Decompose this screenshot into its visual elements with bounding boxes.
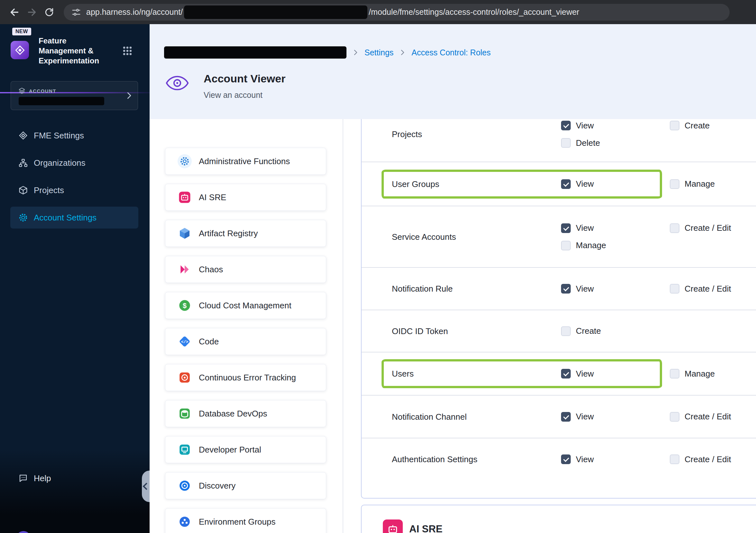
- permission-resource-name: Authentication Settings: [392, 455, 477, 464]
- checkbox-projects-create[interactable]: [670, 121, 679, 130]
- chaos-icon: [177, 262, 192, 276]
- checkbox-projects-delete[interactable]: [561, 138, 571, 148]
- resource-card-continuous-error-tracking[interactable]: Continuous Error Tracking: [165, 364, 326, 391]
- checkbox-projects-view[interactable]: [561, 121, 571, 130]
- discovery-icon: [177, 479, 192, 493]
- resource-label: Code: [199, 337, 219, 347]
- sidebar-item-account-settings[interactable]: Account Settings: [10, 207, 138, 229]
- checkbox-label: Manage: [576, 240, 606, 250]
- resource-card-chaos[interactable]: Chaos: [165, 256, 326, 283]
- resource-card-developer-portal[interactable]: Developer Portal: [165, 436, 326, 463]
- breadcrumb-link-settings[interactable]: Settings: [364, 48, 393, 57]
- checkbox-service-accounts-view[interactable]: [561, 223, 571, 233]
- checkbox-notification-channel-create-edit[interactable]: [670, 412, 679, 422]
- url-text-suffix: /module/fme/settings/access-control/role…: [369, 7, 579, 17]
- role-eye-icon: [166, 75, 189, 92]
- checkbox-label: View: [576, 223, 594, 233]
- browser-toolbar: app.harness.io/ng/account/ /module/fme/s…: [0, 0, 756, 24]
- checkbox-notification-channel-view[interactable]: [561, 412, 571, 422]
- help-chat-icon: [18, 473, 28, 483]
- permission-row-user-groups: User GroupsViewManage: [362, 161, 756, 206]
- back-button[interactable]: [6, 4, 23, 21]
- account-selector[interactable]: ACCOUNT: [11, 81, 138, 110]
- sidebar-item-label: Account Settings: [34, 213, 96, 223]
- resource-card-discovery[interactable]: Discovery: [165, 472, 326, 499]
- checkbox-service-accounts-create-edit[interactable]: [670, 223, 679, 233]
- checkbox-authentication-settings-create-edit[interactable]: [670, 455, 679, 464]
- resource-label: Cloud Cost Management: [199, 301, 291, 311]
- sidebar: NEW Feature Management & Experimentation…: [0, 24, 149, 533]
- resource-list: Administrative FunctionsAI SREArtifact R…: [165, 148, 326, 533]
- fme-logo-icon: [11, 41, 29, 59]
- url-bar[interactable]: app.harness.io/ng/account/ /module/fme/s…: [64, 4, 730, 21]
- resource-card-artifact-registry[interactable]: Artifact Registry: [165, 220, 326, 247]
- permission-row-notification-rule: Notification RuleViewCreate / Edit: [362, 267, 756, 310]
- projects-icon: [18, 185, 28, 195]
- checkbox-label: Create: [576, 326, 601, 336]
- checkbox-label: Manage: [685, 179, 715, 189]
- resource-card-code[interactable]: </>Code: [165, 328, 326, 355]
- resource-card-database-devops[interactable]: Database DevOps: [165, 400, 326, 427]
- checkbox-users-manage[interactable]: [670, 369, 679, 379]
- site-settings-icon[interactable]: [71, 7, 81, 17]
- reload-button[interactable]: [40, 4, 58, 21]
- checkbox-label: View: [576, 369, 594, 379]
- checkbox-label: View: [576, 121, 594, 131]
- sidebar-item-label: FME Settings: [34, 131, 84, 141]
- forward-button[interactable]: [23, 4, 40, 21]
- page-title: Account Viewer: [203, 72, 285, 85]
- sidebar-item-fme-settings[interactable]: FME Settings: [10, 125, 138, 147]
- help-button[interactable]: Help: [10, 470, 121, 486]
- checkbox-service-accounts-manage[interactable]: [561, 241, 571, 250]
- resource-label: Database DevOps: [199, 409, 267, 419]
- account-settings-gear-icon: [18, 213, 28, 222]
- organizations-icon: [18, 158, 28, 168]
- chevron-right-icon: [124, 91, 134, 102]
- resource-label: Discovery: [199, 481, 235, 491]
- checkbox-oidc-id-token-create[interactable]: [561, 326, 571, 336]
- sidebar-item-organizations[interactable]: Organizations: [10, 152, 138, 174]
- checkbox-users-view[interactable]: [561, 369, 571, 379]
- resource-card-cloud-cost-management[interactable]: $Cloud Cost Management: [165, 292, 326, 319]
- product-title: Feature Management & Experimentation: [39, 36, 111, 66]
- permission-resource-name: User Groups: [392, 179, 439, 189]
- sidebar-item-projects[interactable]: Projects: [10, 179, 138, 201]
- next-section-card: AI SRE: [361, 505, 756, 533]
- breadcrumb-link-access-control-roles[interactable]: Access Control: Roles: [412, 48, 491, 57]
- permission-row-notification-channel: Notification ChannelViewCreate / Edit: [362, 395, 756, 438]
- permission-row-projects: ProjectsViewDeleteCreate: [362, 119, 756, 161]
- redacted-breadcrumb-root: [164, 46, 346, 59]
- checkbox-notification-rule-create-edit[interactable]: [670, 284, 679, 294]
- checkbox-authentication-settings-view[interactable]: [561, 455, 571, 464]
- checkbox-label: Create / Edit: [685, 284, 731, 294]
- checkbox-label: Create / Edit: [685, 455, 731, 464]
- checkbox-user-groups-manage[interactable]: [670, 179, 679, 189]
- green-highlight-annotation: [382, 359, 662, 388]
- breadcrumb: Settings Access Control: Roles: [164, 46, 491, 59]
- checkbox-notification-rule-view[interactable]: [561, 284, 571, 294]
- main-content: Administrative FunctionsAI SREArtifact R…: [149, 119, 756, 533]
- continuous-error-tracking-icon: [177, 371, 192, 385]
- resource-card-administrative-functions[interactable]: Administrative Functions: [165, 148, 326, 175]
- resource-card-environment-groups[interactable]: Environment Groups: [165, 508, 326, 533]
- checkbox-label: Manage: [685, 369, 715, 379]
- svg-text:</>: </>: [181, 340, 189, 344]
- permission-resource-name: Projects: [392, 129, 422, 139]
- database-devops-icon: [177, 407, 192, 421]
- cloud-cost-management-icon: $: [177, 298, 192, 313]
- redacted-account-name: [19, 97, 104, 105]
- sidebar-collapse-handle[interactable]: [142, 470, 149, 502]
- sidebar-item-label: Organizations: [34, 158, 85, 168]
- next-section-title: AI SRE: [409, 523, 442, 533]
- checkbox-label: View: [576, 179, 594, 189]
- permission-resource-name: Notification Channel: [392, 412, 467, 422]
- permission-row-oidc-id-token: OIDC ID TokenCreate: [362, 310, 756, 352]
- resource-card-ai-sre[interactable]: AI SRE: [165, 184, 326, 211]
- checkbox-user-groups-view[interactable]: [561, 179, 571, 189]
- permission-row-service-accounts: Service AccountsViewManageCreate / Edit: [362, 206, 756, 267]
- layers-icon: [18, 87, 26, 96]
- module-grid-icon[interactable]: [122, 45, 133, 58]
- checkbox-label: View: [576, 412, 594, 422]
- sidebar-item-label: Projects: [34, 185, 64, 195]
- resource-label: AI SRE: [199, 192, 226, 203]
